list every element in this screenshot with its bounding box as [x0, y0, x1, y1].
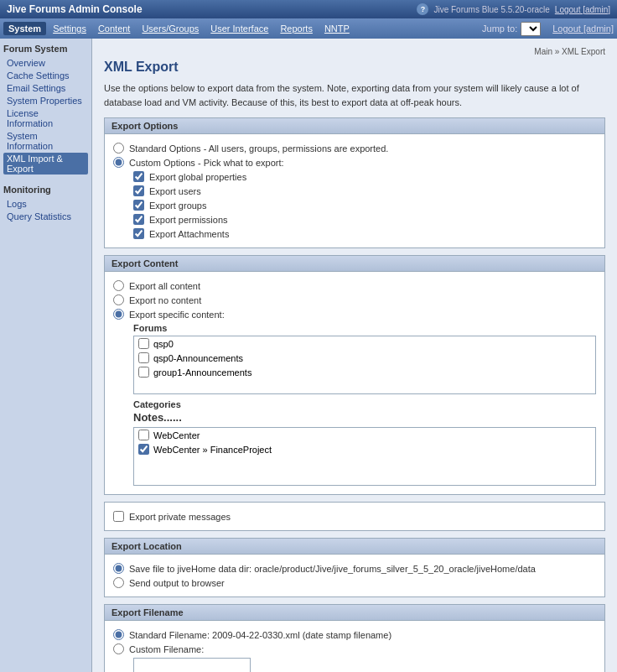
forum-qsp0-label: qsp0 — [153, 339, 174, 349]
export-content-header: Export Content — [105, 256, 604, 272]
export-groups-label: Export groups — [149, 201, 206, 211]
cat-webcenter-finance-checkbox[interactable] — [138, 444, 149, 455]
save-to-jivehome-row: Save file to jiveHome data dir: oracle/p… — [113, 563, 596, 574]
nav-users-groups[interactable]: Users/Groups — [137, 22, 204, 35]
sidebar-item-system-information[interactable]: System Information — [3, 130, 88, 152]
export-private-section: Export private messages — [104, 502, 605, 531]
forums-scroll[interactable]: qsp0 qsp0-Announcements group1-Announcem… — [133, 336, 596, 394]
nav-reports[interactable]: Reports — [275, 22, 318, 35]
nav-user-interface[interactable]: User Interface — [205, 22, 273, 35]
page-title: XML Export — [104, 60, 605, 75]
standard-option-radio[interactable] — [113, 143, 124, 154]
cat-webcenter-label: WebCenter — [153, 430, 200, 440]
sidebar-item-overview[interactable]: Overview — [3, 57, 88, 69]
sidebar: Forum System Overview Cache Settings Ema… — [0, 39, 92, 672]
help-icon[interactable]: ? — [417, 3, 428, 15]
forum-qsp0-announcements-item: qsp0-Announcements — [134, 351, 595, 365]
sidebar-item-license-information[interactable]: License Information — [3, 107, 88, 129]
custom-filename-label: Custom Filename: — [129, 644, 204, 654]
categories-label: Categories — [133, 399, 596, 409]
export-all-content-row: Export all content — [113, 280, 596, 291]
export-groups-row: Export groups — [133, 200, 596, 211]
forums-label: Forums — [133, 323, 596, 333]
forum-group1-announcements-item: group1-Announcements — [134, 365, 595, 379]
forum-qsp0-checkbox[interactable] — [138, 338, 149, 349]
jump-select[interactable] — [521, 22, 541, 36]
standard-filename-radio[interactable] — [113, 629, 124, 640]
jump-label: Jump to: — [482, 23, 517, 34]
standard-option-row: Standard Options - All users, groups, pe… — [113, 143, 596, 154]
sidebar-forum-system-label: Forum System — [3, 44, 88, 54]
version-info: Jive Forums Blue 5.5.20-oracle — [433, 5, 549, 14]
export-no-content-row: Export no content — [113, 294, 596, 305]
export-private-row: Export private messages — [113, 511, 596, 522]
export-no-content-radio[interactable] — [113, 294, 124, 305]
export-specific-content-label: Export specific content: — [129, 310, 225, 320]
save-to-jivehome-label: Save file to jiveHome data dir: oracle/p… — [129, 564, 536, 574]
cat-webcenter-finance-item: WebCenter » FinanceProject — [134, 442, 595, 456]
custom-filename-radio[interactable] — [113, 643, 124, 654]
forum-qsp0-announcements-label: qsp0-Announcements — [153, 353, 243, 363]
custom-option-row: Custom Options - Pick what to export: — [113, 157, 596, 168]
export-options-body: Standard Options - All users, groups, pe… — [105, 134, 604, 247]
send-to-browser-radio[interactable] — [113, 577, 124, 588]
nav-settings[interactable]: Settings — [48, 22, 91, 35]
sidebar-item-xml-import-export[interactable]: XML Import & Export — [3, 153, 88, 175]
forum-qsp0-item: qsp0 — [134, 336, 595, 351]
export-users-row: Export users — [133, 185, 596, 196]
export-permissions-checkbox[interactable] — [133, 214, 144, 225]
standard-filename-label: Standard Filename: 2009-04-22-0330.xml (… — [129, 630, 391, 640]
app-header: Jive Forums Admin Console ? Jive Forums … — [0, 0, 617, 18]
logout-link[interactable]: Logout [admin] — [555, 5, 610, 14]
export-location-body: Save file to jiveHome data dir: oracle/p… — [105, 555, 604, 596]
custom-filename-row: Custom Filename: — [113, 643, 596, 654]
sidebar-item-system-properties[interactable]: System Properties — [3, 95, 88, 107]
export-private-body: Export private messages — [105, 503, 604, 530]
export-global-props-checkbox[interactable] — [133, 171, 144, 182]
export-private-label: Export private messages — [129, 512, 231, 522]
export-options-section: Export Options Standard Options - All us… — [104, 117, 605, 248]
sidebar-item-cache-settings[interactable]: Cache Settings — [3, 70, 88, 81]
app-title: Jive Forums Admin Console — [7, 3, 143, 15]
notes-label: Notes...... — [133, 411, 596, 424]
export-filename-section: Export Filename Standard Filename: 2009-… — [104, 604, 605, 672]
export-users-label: Export users — [149, 186, 201, 196]
send-to-browser-row: Send output to browser — [113, 577, 596, 588]
main-content: Main » XML Export XML Export Use the opt… — [92, 39, 617, 672]
standard-option-label: Standard Options - All users, groups, pe… — [129, 143, 388, 154]
sidebar-monitoring-label: Monitoring — [3, 185, 88, 195]
forum-qsp0-announcements-checkbox[interactable] — [138, 352, 149, 363]
intro-text: Use the options below to export data fro… — [104, 81, 605, 109]
custom-filename-input-container — [133, 658, 596, 672]
export-specific-content-row: Export specific content: — [113, 309, 596, 320]
custom-filename-input[interactable] — [133, 658, 251, 672]
save-to-jivehome-radio[interactable] — [113, 563, 124, 574]
export-groups-checkbox[interactable] — [133, 200, 144, 211]
export-users-checkbox[interactable] — [133, 185, 144, 196]
custom-option-radio[interactable] — [113, 157, 124, 168]
categories-scroll[interactable]: WebCenter WebCenter » FinanceProject — [133, 427, 596, 486]
export-global-props-label: Export global properties — [149, 172, 246, 182]
cat-webcenter-checkbox[interactable] — [138, 430, 149, 440]
forum-group1-announcements-checkbox[interactable] — [138, 367, 149, 378]
nav-nntp[interactable]: NNTP — [319, 22, 355, 35]
standard-filename-row: Standard Filename: 2009-04-22-0330.xml (… — [113, 629, 596, 640]
sidebar-item-email-settings[interactable]: Email Settings — [3, 82, 88, 94]
export-all-content-label: Export all content — [129, 281, 200, 291]
cat-webcenter-item: WebCenter — [134, 428, 595, 442]
export-attachments-checkbox[interactable] — [133, 228, 144, 239]
nav-content[interactable]: Content — [93, 22, 136, 35]
export-content-body: Export all content Export no content Exp… — [105, 272, 604, 494]
export-filename-header: Export Filename — [105, 605, 604, 621]
nav-bar: System Settings Content Users/Groups Use… — [0, 18, 617, 39]
export-location-section: Export Location Save file to jiveHome da… — [104, 538, 605, 597]
nav-logout[interactable]: Logout [admin] — [552, 23, 614, 34]
sidebar-item-query-statistics[interactable]: Query Statistics — [3, 211, 88, 222]
nav-system[interactable]: System — [3, 22, 46, 35]
custom-option-label: Custom Options - Pick what to export: — [129, 158, 284, 168]
forums-container: Forums qsp0 qsp0-Announcements group1 — [133, 323, 596, 394]
export-private-checkbox[interactable] — [113, 511, 124, 522]
sidebar-item-logs[interactable]: Logs — [3, 198, 88, 210]
export-all-content-radio[interactable] — [113, 280, 124, 291]
export-specific-content-radio[interactable] — [113, 309, 124, 320]
